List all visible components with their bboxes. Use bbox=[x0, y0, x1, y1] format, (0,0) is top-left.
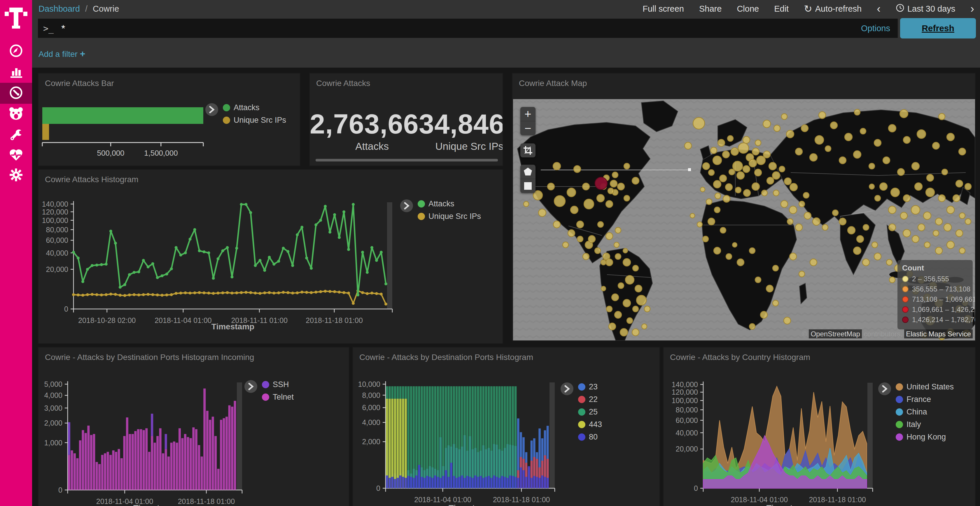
legend-item-attacks[interactable]: Attacks bbox=[418, 199, 481, 208]
tick-label: Timestamp bbox=[133, 503, 176, 506]
horizontal-scrollbar[interactable] bbox=[316, 159, 498, 162]
legend-item-france[interactable]: France bbox=[896, 395, 954, 404]
legend-item-united-states[interactable]: United States bbox=[896, 382, 954, 392]
legend-dot-icon bbox=[418, 200, 425, 208]
legend-item-443[interactable]: 443 bbox=[578, 420, 602, 429]
attack-bubble bbox=[787, 219, 793, 224]
map-zoom-controls: + − bbox=[520, 107, 536, 135]
attack-bubble bbox=[853, 247, 861, 254]
tick-label: Timestamp bbox=[212, 322, 255, 331]
options-link[interactable]: Options bbox=[861, 24, 890, 33]
heartbeat-icon bbox=[9, 148, 23, 162]
legend-dot-icon bbox=[896, 421, 903, 428]
attack-bubble bbox=[773, 265, 778, 271]
legend-item-ssh[interactable]: SSH bbox=[262, 380, 294, 389]
attack-bubble bbox=[577, 236, 583, 242]
legend-item-hong-kong[interactable]: Hong Kong bbox=[896, 433, 954, 442]
attack-bubble bbox=[703, 236, 708, 242]
attack-bubble bbox=[623, 299, 631, 307]
openstreetmap-link[interactable]: OpenStreetMap bbox=[809, 329, 862, 338]
legend-item-80[interactable]: 80 bbox=[578, 433, 602, 442]
metric-value: 4,846 bbox=[434, 108, 503, 140]
add-filter-link[interactable]: Add a filter+ bbox=[38, 48, 86, 59]
legend-item-unique-src-ips[interactable]: Unique Src IPs bbox=[418, 212, 481, 221]
legend-expand-chevron-icon[interactable] bbox=[561, 382, 573, 395]
sidebar-item-dev-tools[interactable] bbox=[0, 125, 32, 146]
attack-bubble bbox=[567, 188, 576, 197]
attack-bubble bbox=[903, 136, 910, 143]
attack-bubble bbox=[723, 195, 730, 202]
attack-bubble bbox=[625, 276, 634, 284]
sidebar-item-discover[interactable] bbox=[0, 41, 32, 62]
sidebar-item-management[interactable] bbox=[0, 165, 32, 186]
auto-refresh-button[interactable]: ↻ Auto-refresh bbox=[804, 3, 862, 14]
rectangle-draw-icon[interactable] bbox=[520, 179, 536, 193]
legend-item-22[interactable]: 22 bbox=[578, 395, 602, 404]
tick-label: 20,000 bbox=[46, 265, 68, 273]
telekom-logo-icon[interactable] bbox=[4, 5, 28, 31]
legend-dot-icon bbox=[418, 213, 425, 220]
legend-expand-chevron-icon[interactable] bbox=[205, 103, 218, 116]
attack-map[interactable]: + − Count 2 bbox=[513, 99, 975, 341]
attack-bubble bbox=[623, 248, 628, 253]
query-text[interactable]: * bbox=[61, 23, 861, 34]
ports-incoming-chart[interactable]: 5,0004,0003,0002,0001,00002018-11-04 01:… bbox=[38, 347, 349, 506]
tick-label: 2,000 bbox=[44, 419, 62, 427]
attack-bubble bbox=[762, 190, 767, 196]
attack-bubble bbox=[725, 184, 732, 190]
time-range-picker[interactable]: Last 30 days bbox=[896, 3, 955, 14]
elastic-maps-service-link[interactable]: Elastic Maps Service bbox=[904, 329, 973, 338]
legend-expand-chevron-icon[interactable] bbox=[878, 382, 891, 395]
map-legend-range: 1,069,661 – 1,426,214 bbox=[902, 306, 968, 314]
time-forward-chevron[interactable]: › bbox=[970, 3, 974, 14]
attack-bubble bbox=[912, 235, 919, 243]
attack-bubble bbox=[810, 259, 817, 266]
legend-item-attacks[interactable]: Attacks bbox=[223, 103, 286, 112]
sidebar-item-dashboard[interactable] bbox=[0, 83, 32, 104]
attack-bubble bbox=[799, 201, 805, 207]
panel-title: Cowrie Attacks bbox=[310, 73, 503, 88]
action-edit[interactable]: Edit bbox=[774, 4, 789, 14]
action-share[interactable]: Share bbox=[699, 4, 722, 14]
sidebar-item-monitoring[interactable] bbox=[0, 144, 32, 165]
legend-item-telnet[interactable]: Telnet bbox=[262, 393, 294, 402]
attack-bubble bbox=[813, 218, 820, 225]
attack-bubble bbox=[947, 133, 955, 141]
action-clone[interactable]: Clone bbox=[737, 4, 759, 14]
search-input[interactable]: >_ * Options bbox=[38, 19, 898, 38]
sidebar-item-visualize[interactable] bbox=[0, 62, 32, 83]
legend-dot-icon bbox=[896, 396, 903, 403]
zoom-in-button[interactable]: + bbox=[520, 107, 536, 121]
legend-dot-icon bbox=[262, 393, 269, 401]
attack-bubble bbox=[956, 230, 963, 237]
attack-bubble bbox=[839, 218, 846, 225]
legend-item-china[interactable]: China bbox=[896, 408, 954, 417]
time-back-chevron[interactable]: ‹ bbox=[877, 3, 881, 14]
action-full-screen[interactable]: Full screen bbox=[643, 4, 684, 14]
zoom-out-button[interactable]: − bbox=[520, 121, 536, 135]
ports-histogram-chart[interactable]: 10,0008,0006,0004,0002,00002018-11-04 01… bbox=[353, 347, 659, 506]
legend-item-unique-src-ips[interactable]: Unique Src IPs bbox=[223, 116, 286, 125]
attack-bubble bbox=[726, 254, 732, 259]
legend-item-italy[interactable]: Italy bbox=[896, 420, 954, 429]
sidebar-item-honeypot[interactable] bbox=[0, 104, 32, 125]
attack-bubble bbox=[779, 166, 785, 172]
app-sidebar bbox=[0, 0, 32, 506]
attack-bubble bbox=[965, 183, 971, 190]
attack-bubble bbox=[795, 224, 802, 231]
attacks-histogram-chart[interactable]: 140,000120,000100,00080,00060,00040,0002… bbox=[38, 170, 503, 343]
tick-label: 2,000 bbox=[362, 438, 380, 446]
panel-title: Cowrie Attack Map bbox=[512, 73, 975, 88]
map-fit-control bbox=[520, 143, 536, 157]
crop-fit-icon[interactable] bbox=[520, 143, 536, 157]
breadcrumb-dashboard-link[interactable]: Dashboard bbox=[38, 4, 80, 13]
legend-expand-chevron-icon[interactable] bbox=[244, 380, 257, 393]
polygon-draw-icon[interactable] bbox=[520, 165, 536, 179]
legend-item-23[interactable]: 23 bbox=[578, 382, 602, 392]
legend-item-25[interactable]: 25 bbox=[578, 408, 602, 417]
attack-bubble bbox=[766, 285, 773, 292]
attack-bubble bbox=[715, 193, 721, 199]
legend-expand-chevron-icon[interactable] bbox=[400, 199, 413, 212]
refresh-button[interactable]: Refresh bbox=[900, 18, 976, 38]
attack-bubble bbox=[732, 243, 737, 247]
